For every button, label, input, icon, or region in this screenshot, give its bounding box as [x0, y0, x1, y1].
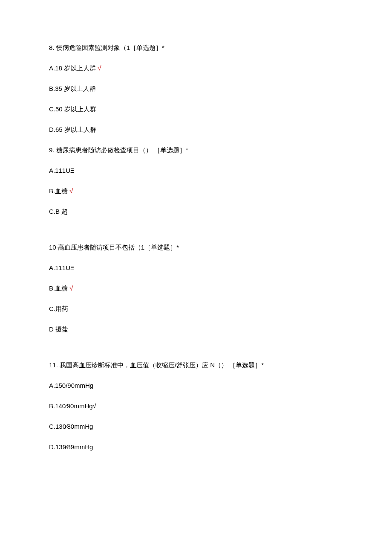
option-label: D.65 岁以上人群 — [49, 126, 96, 133]
option-a: A.111UΞ — [49, 263, 343, 273]
check-icon: √ — [98, 64, 101, 72]
question-text: 11. 我国高血压诊断标准中，血压值（收缩压/舒张压）应 N（） ［单选题］* — [49, 360, 343, 370]
option-label: C.B 超 — [49, 208, 68, 215]
option-b: B.35 岁以上人群 — [49, 84, 343, 94]
option-label: B.140⁄90mmHg√ — [49, 402, 96, 410]
option-label: A.111UΞ — [49, 167, 75, 174]
question-number: 11. — [49, 361, 58, 369]
question-number: 9. — [49, 146, 55, 154]
question-8: 8. 慢病危险因素监测对象（1［单选题］* A.18 岁以上人群 √ B.35 … — [49, 43, 343, 135]
option-label: B.血糖 — [49, 187, 68, 195]
question-10: 10·高血压患者随访项目不包括（1［单选题］* A.111UΞ B.血糖 √ C… — [49, 242, 343, 334]
option-a: A.18 岁以上人群 √ — [49, 63, 343, 73]
check-icon: √ — [69, 285, 73, 292]
option-a: A.150/90mmHg — [49, 381, 343, 391]
option-d: D 摄盐 — [49, 324, 343, 334]
spacer — [49, 234, 343, 242]
question-number: 10· — [49, 244, 58, 251]
question-body: 我国高血压诊断标准中，血压值（收缩压/舒张压）应 N（） ［单选题］* — [60, 361, 264, 369]
option-a: A.111UΞ — [49, 166, 343, 176]
option-label: C.用药 — [49, 305, 68, 312]
option-d: D.139⁄89mmHg — [49, 442, 343, 452]
option-c: C.用药 — [49, 304, 343, 314]
option-label: A.150/90mmHg — [49, 382, 93, 389]
option-c: C.50 岁以上人群 — [49, 104, 343, 114]
question-number: 8. — [49, 44, 55, 51]
option-label: C.130⁄80mmHg — [49, 423, 93, 430]
question-9: 9. 糖尿病患者随访必做检查项目（） ［单选题］* A.111UΞ B.血糖 √… — [49, 145, 343, 217]
option-c: C.B 超 — [49, 206, 343, 217]
question-body: 糖尿病患者随访必做检查项目（） ［单选题］* — [56, 146, 188, 154]
option-label: D.139⁄89mmHg — [49, 443, 93, 450]
check-icon: √ — [69, 187, 73, 195]
spacer — [49, 352, 343, 360]
question-text: 8. 慢病危险因素监测对象（1［单选题］* — [49, 43, 343, 53]
question-11: 11. 我国高血压诊断标准中，血压值（收缩压/舒张压）应 N（） ［单选题］* … — [49, 360, 343, 452]
question-text: 9. 糖尿病患者随访必做检查项目（） ［单选题］* — [49, 145, 343, 155]
option-label: C.50 岁以上人群 — [49, 105, 96, 113]
option-c: C.130⁄80mmHg — [49, 421, 343, 432]
option-label: D 摄盐 — [49, 325, 68, 333]
option-label: B.血糖 — [49, 285, 68, 292]
option-label: B.35 岁以上人群 — [49, 85, 96, 92]
option-label: A.111UΞ — [49, 264, 75, 271]
option-b: B.血糖 √ — [49, 186, 343, 196]
option-d: D.65 岁以上人群 — [49, 125, 343, 135]
question-body: 慢病危险因素监测对象（1［单选题］* — [56, 44, 164, 51]
question-body: 高血压患者随访项目不包括（1［单选题］* — [58, 244, 179, 251]
option-label: A.18 岁以上人群 — [49, 64, 96, 72]
question-text: 10·高血压患者随访项目不包括（1［单选题］* — [49, 242, 343, 253]
option-b: B.140⁄90mmHg√ — [49, 401, 343, 411]
option-b: B.血糖 √ — [49, 283, 343, 293]
